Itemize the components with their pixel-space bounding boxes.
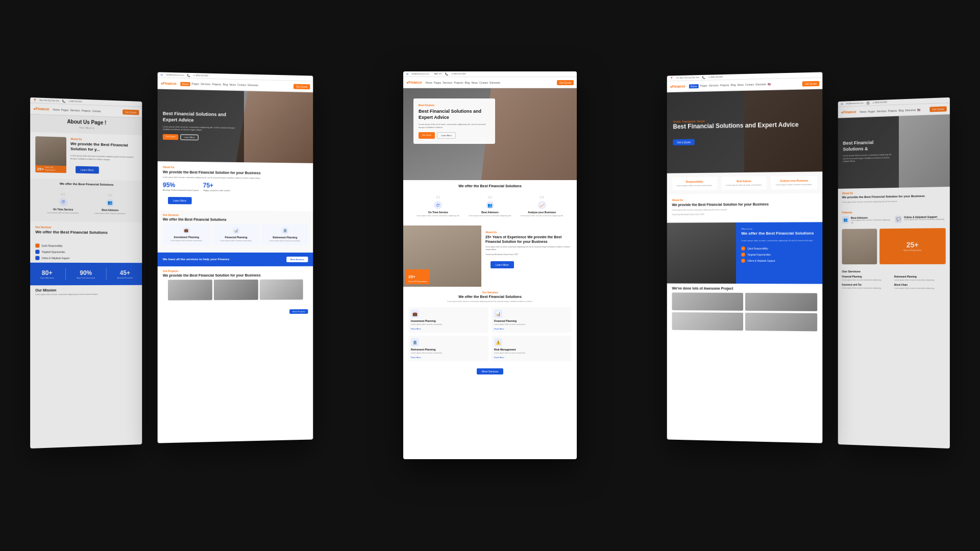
nav-services-c[interactable]: Services <box>443 81 452 84</box>
nav-home-lc[interactable]: Home <box>180 82 190 86</box>
read-more-c-1[interactable]: Read More <box>411 328 486 330</box>
step-text-2: Lorem ipsum dolor sit amet consectetur. <box>88 212 132 215</box>
resp-list: Quick Responsibility Targeted Opportunit… <box>30 241 142 263</box>
hero-btn-secondary-lc[interactable]: Learn More <box>181 134 199 140</box>
svc-title-lc: We offer the Best Financial Solutions <box>163 217 308 221</box>
why-title-rc: We offer the Best Financial Solutions <box>741 231 817 236</box>
step-c-3: 03 📈 Analyze your Business Lorem ipsum d… <box>517 195 567 217</box>
nav-blog-c[interactable]: Blog <box>464 81 470 84</box>
learn-more-lc[interactable]: Learn More <box>168 197 191 204</box>
nav-projects-c[interactable]: Projects <box>454 81 463 84</box>
nav-services-rc[interactable]: Services <box>709 84 719 88</box>
read-more-c-4[interactable]: Read More <box>494 356 569 359</box>
step-c-1: 01 ⏱ On Time Service Lorem ipsum dolor s… <box>413 195 463 217</box>
feature-icon-fr-2: 💬 <box>895 216 902 223</box>
why-dot-2: ✓ <box>741 253 745 257</box>
center-btn-1[interactable]: Get Quote <box>419 132 435 139</box>
svc-icon-c-3: 🏦 <box>411 338 419 346</box>
hero-lc: Best Financial Solutions and Expert Advi… <box>158 89 313 163</box>
center-box-tag: Best Finance <box>419 104 490 107</box>
analyze-tag: Analyze your Business <box>774 179 814 183</box>
nav-projects-lc[interactable]: Projects <box>212 82 221 86</box>
stat-label-1-lc: Average Profit Increased in last 5 years <box>163 189 199 192</box>
center-btn-2[interactable]: Learn More <box>437 132 455 139</box>
nav-contact-c[interactable]: Contact <box>479 81 488 84</box>
nav-services-fr[interactable]: Services <box>876 109 886 113</box>
steps-center: We offer the Best Financial Solutions 01… <box>403 180 577 226</box>
exp-num: 25+ <box>37 166 44 171</box>
about-fr: About Us We provide the Best Financial S… <box>838 187 950 209</box>
nav-news-c[interactable]: News <box>471 81 478 84</box>
nav-contact[interactable]: Contact <box>92 109 101 113</box>
center-box-title: Best Financial Solutions and Expert Advi… <box>419 109 490 120</box>
nav-services-lc[interactable]: Services <box>201 82 210 86</box>
svc-card-3: 🏦 Retirement Planning Lorem ipsum dolor … <box>262 224 308 245</box>
nav-projects-fr[interactable]: Projects <box>888 109 897 112</box>
about-tag-rc: About Us <box>672 197 818 201</box>
nav-blog-rc[interactable]: Blog <box>731 83 736 87</box>
nav-elements-fr[interactable]: Elements <box>905 108 916 112</box>
why-content-rc: Why choose We offer the Best Financial S… <box>736 222 822 284</box>
exp-label-fr: Years of Experience <box>882 249 943 252</box>
svc-icon-c-1: 💼 <box>411 310 419 318</box>
nav-blog-lc[interactable]: Blog <box>223 83 228 87</box>
nav-home-fr[interactable]: Home <box>860 110 866 113</box>
proj-rc-1 <box>672 292 743 311</box>
nav-pages-fr[interactable]: Pages <box>868 110 875 113</box>
more-services-c[interactable]: More Services <box>477 368 503 374</box>
hero-btn-rc[interactable]: Get a Quote <box>673 139 695 145</box>
nav-services[interactable]: Services <box>70 108 80 112</box>
our-svc-title-fr: Our Services <box>842 270 946 273</box>
hero-rc: Simple, Transparent, Secure Best Financi… <box>667 89 823 173</box>
cta-bar-lc: We have all the services to help your Fi… <box>158 253 313 266</box>
exp-label-c: Years Of Experience <box>408 280 427 283</box>
nav-contact-lc[interactable]: Contact <box>237 83 246 87</box>
stat-awards-label: Awards Received <box>117 276 133 279</box>
nav-cta-rc[interactable]: Get Quote <box>802 81 820 86</box>
nav-cta-center[interactable]: Get Quote <box>557 80 574 85</box>
nav-elements-c[interactable]: Elements <box>489 81 500 84</box>
stat-profit-label: Avg Profit Increased <box>77 277 95 279</box>
phone-fr: +1 (800) 100-2000 <box>872 101 887 104</box>
feature-desc-fr-1: Lorem ipsum dolor sit amet consectetur a… <box>851 219 892 224</box>
location-icon-rc: 📍 <box>670 77 673 80</box>
read-more-c-2[interactable]: Read More <box>494 328 569 330</box>
more-projects-lc[interactable]: More Projects <box>289 309 308 314</box>
learn-more-fl[interactable]: Learn More <box>76 166 99 173</box>
nav-pages-lc[interactable]: Pages <box>192 82 199 86</box>
learn-more-c[interactable]: Learn More <box>491 261 514 268</box>
nav-blog-fr[interactable]: Blog <box>898 109 903 112</box>
nav-pages-c[interactable]: Pages <box>434 81 441 84</box>
cta-btn-lc[interactable]: More Services <box>286 257 308 262</box>
nav-news-lc[interactable]: News <box>229 83 236 87</box>
hero-text-lc: Lorem ipsum dolor sit amet, consectetur … <box>163 125 239 132</box>
rsvc-text-2: Lorem ipsum dolor sit amet consectetur a… <box>894 279 946 282</box>
nav-cta-far-left[interactable]: Get Quote <box>122 109 139 115</box>
svc-card-1: 💼 Investment Planning Lorem ipsum dolor … <box>163 223 210 245</box>
projects-lc: Our Projects We provide the Best Financi… <box>158 266 313 318</box>
step-c-num-2: 02 <box>465 195 515 199</box>
nav-home-rc[interactable]: Home <box>689 84 699 88</box>
step-c-title-3: Analyze your Business <box>517 211 567 214</box>
hero-btn-primary-lc[interactable]: Get Quote <box>163 134 179 140</box>
nav-contact-rc[interactable]: Contact <box>745 83 754 87</box>
hero-text-fr: Lorem ipsum dolor sit amet, consectetur … <box>843 153 894 163</box>
nav-pages[interactable]: Pages <box>61 108 68 112</box>
nav-projects[interactable]: Projects <box>81 109 90 112</box>
steps-title-fl: We offer the Best Financial Solutions <box>35 182 137 187</box>
nav-elements-lc[interactable]: Elements <box>248 83 258 87</box>
nav-cta-lc[interactable]: Get Quote <box>293 84 310 89</box>
about-title-rc: We provide the Best Financial Solution f… <box>672 202 818 207</box>
read-more-c-3[interactable]: Read More <box>411 356 486 359</box>
about-with-img: 25+ Years OfExperience About Us We provi… <box>30 132 142 181</box>
nav-cta-fr[interactable]: Get Quote <box>929 106 947 112</box>
nav-pages-rc[interactable]: Pages <box>700 84 707 88</box>
nav-elements-rc[interactable]: Elements <box>755 83 766 87</box>
addr-rc: U.S. New York City, New York <box>676 77 699 79</box>
nav-projects-rc[interactable]: Projects <box>720 83 729 87</box>
nav-home-c[interactable]: Home <box>426 81 432 84</box>
svc-icon-c-2: 📊 <box>494 310 502 318</box>
nav-home[interactable]: Home <box>53 108 59 111</box>
stat-label-2-lc: Happy customers who trusted <box>203 189 230 192</box>
nav-news-rc[interactable]: News <box>738 83 744 87</box>
